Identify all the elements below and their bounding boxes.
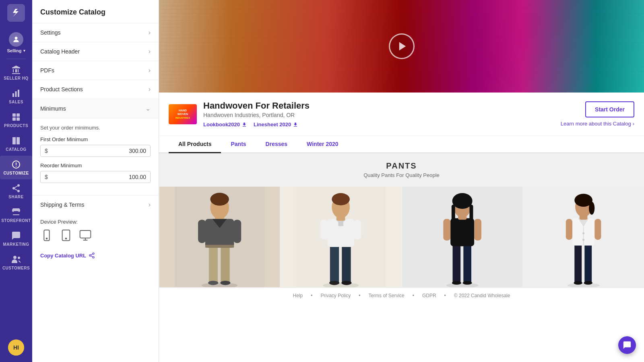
chevron-right-icon: › [149,29,151,36]
svg-rect-46 [330,244,339,284]
svg-rect-37 [198,220,206,243]
product-image-3 [402,187,522,287]
tab-winter-2020[interactable]: Winter 2020 [297,136,348,153]
svg-point-15 [18,257,20,259]
svg-rect-33 [221,244,229,284]
catalog-tabs: All Products Pants Dresses Winter 2020 [159,136,644,153]
nav-item-share[interactable]: SHARE [0,179,32,203]
sidebar-title: Customize Catalog [32,0,159,23]
tablet-device-icon[interactable] [60,229,72,243]
svg-point-88 [589,202,594,215]
svg-rect-2 [15,91,17,97]
linesheet-link[interactable]: Linesheet 2020 [254,121,298,128]
svg-rect-6 [12,117,16,121]
hero-banner [159,0,644,93]
svg-rect-71 [469,205,473,230]
svg-rect-61 [463,242,471,284]
svg-rect-5 [17,113,20,117]
first-order-input-group[interactable]: $ [40,145,151,157]
svg-point-21 [66,238,67,239]
start-order-button[interactable]: Start Order [585,101,634,117]
brand-logo: HANDWOVENINDUSTRIES [169,104,197,124]
footer-privacy[interactable]: Privacy Policy [320,293,351,298]
menu-item-settings[interactable]: Settings › [32,23,159,42]
copy-catalog-link[interactable]: Copy Catalog URL [40,252,151,259]
desktop-device-icon[interactable] [79,229,92,243]
user-avatar[interactable]: HI [8,339,24,356]
nav-item-marketing[interactable]: MARKETING [0,227,32,251]
copy-catalog-section: Copy Catalog URL [32,248,159,263]
mobile-device-icon[interactable] [40,229,53,243]
device-preview-label: Device Preview: [40,219,151,225]
svg-point-9 [17,184,20,187]
svg-point-25 [89,255,91,256]
reorder-input-group[interactable]: $ [40,171,151,183]
footer-help[interactable]: Help [293,293,303,298]
menu-item-shipping-terms[interactable]: Shipping & Terms › [32,195,159,214]
brand-section: HANDWOVENINDUSTRIES Handwoven For Retail… [159,93,644,136]
product-card[interactable] [159,186,280,288]
svg-rect-83 [566,219,572,240]
tab-pants[interactable]: Pants [221,136,256,153]
menu-item-pdfs[interactable]: PDFs › [32,61,159,80]
svg-point-48 [329,281,339,285]
section-subtitle: Quality Pants For Quality People [167,172,636,178]
nav-item-storefront[interactable]: STOREFRONT [0,203,32,227]
product-card[interactable] [280,186,401,288]
svg-rect-22 [80,230,91,238]
app-logo[interactable] [7,4,25,22]
nav-item-selling[interactable]: Selling ▾ [0,28,32,57]
footer-terms[interactable]: Terms of Service [368,293,404,298]
play-button[interactable] [389,33,415,59]
menu-item-catalog-header[interactable]: Catalog Header › [32,42,159,61]
product-card[interactable] [523,186,644,288]
product-grid [159,186,644,288]
svg-rect-51 [320,220,328,239]
svg-line-12 [15,189,18,191]
menu-item-minimums[interactable]: Minimums ⌄ [32,99,159,118]
svg-rect-1 [12,93,14,97]
svg-rect-4 [12,113,16,117]
tab-dresses[interactable]: Dresses [256,136,297,153]
selling-label: Selling ▾ [7,48,25,53]
nav-item-seller-hq[interactable]: SELLER HQ [0,61,32,84]
svg-point-77 [584,281,592,285]
svg-marker-29 [399,42,405,51]
chevron-right-icon: › [149,201,151,208]
product-image-2 [281,187,401,287]
nav-divider-1 [6,59,26,59]
svg-point-63 [462,281,472,285]
product-image-1 [159,187,280,287]
brand-left: HANDWOVENINDUSTRIES Handwoven For Retail… [169,101,310,128]
nav-item-catalog[interactable]: CATALOG [0,132,32,156]
lookbook-link[interactable]: Lookbook2020 [203,121,247,128]
learn-more-link[interactable]: Learn more about this Catalog › [561,121,634,127]
nav-item-customize[interactable]: CUSTOMIZE [0,156,32,179]
device-preview-section: Device Preview: [32,214,159,248]
chevron-down-icon: ⌄ [145,105,151,112]
footer-gdpr[interactable]: GDPR [422,293,436,298]
currency-prefix-2: $ [45,174,48,180]
tab-all-products[interactable]: All Products [169,136,221,153]
product-image-4 [523,187,644,287]
chat-widget[interactable] [618,336,636,354]
svg-point-14 [13,256,17,259]
section-banner: PANTS Quality Pants For Quality People [159,153,644,186]
svg-text:HI: HI [13,344,19,351]
minimums-description: Set your order minimums. [40,125,151,131]
main-content: HANDWOVENINDUSTRIES Handwoven For Retail… [159,0,644,362]
footer-copyright: © 2022 Candid Wholesale [454,293,510,298]
menu-item-product-sections[interactable]: Product Sections › [32,80,159,99]
product-card[interactable] [402,186,523,288]
first-order-input[interactable] [50,148,146,154]
nav-item-customers[interactable]: CUSTOMERS [0,251,32,274]
nav-item-sales[interactable]: SALES [0,84,32,108]
reorder-input[interactable] [50,174,146,180]
nav-item-products[interactable]: PRODUCTS [0,108,32,132]
svg-point-76 [574,281,582,285]
chevron-right-icon: › [149,67,151,74]
svg-rect-65 [443,219,450,241]
nav-bottom: HI [8,339,24,362]
footer-bar: Help • Privacy Policy • Terms of Service… [159,288,644,303]
svg-point-49 [342,281,352,285]
